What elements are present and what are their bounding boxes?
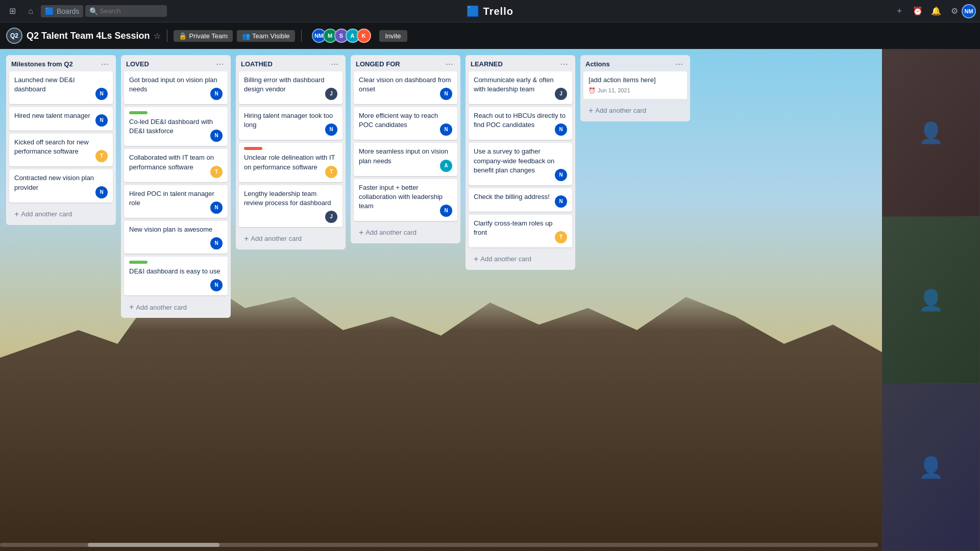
privacy-button[interactable]: 🔒 Private Team: [174, 30, 233, 42]
list-cards-longed-for: Clear vision on dashboard from onset N M…: [351, 71, 460, 224]
card-a1[interactable]: [add action items here] ⏰ Jun 11, 2021: [583, 71, 687, 99]
list-cards-learned: Communicate early & often with leadershi…: [465, 71, 575, 251]
list-milestones: Milestones from Q2 ··· Launched new DE&I…: [6, 55, 116, 225]
card-lo4[interactable]: Lengthy leadership team review process f…: [239, 185, 342, 227]
lists-container: Milestones from Q2 ··· Launched new DE&I…: [0, 49, 980, 551]
trello-logo: 🟦 Trello: [467, 5, 513, 17]
plus-icon: +: [129, 303, 134, 312]
user-avatar[interactable]: NM: [962, 4, 976, 18]
add-card-learned[interactable]: + Add another card: [469, 252, 572, 267]
card-label-green: [129, 261, 148, 264]
list-menu-longed-for[interactable]: ···: [444, 59, 455, 68]
list-cards-loathed: Billing error with dashboard design vend…: [236, 71, 346, 230]
top-nav: ⊞ ⌂ 🟦 Boards 🔍 🟦 Trello ＋ ⏰ 🔔 ⚙ NM: [0, 0, 980, 22]
card-m2[interactable]: Hired new talent manager N: [9, 107, 113, 131]
boards-label: Boards: [57, 7, 79, 15]
card-avatar: N: [210, 88, 223, 100]
list-menu-milestones[interactable]: ···: [99, 59, 111, 68]
card-avatar: N: [210, 202, 223, 214]
card-avatar: N: [95, 88, 108, 100]
card-avatar: N: [440, 88, 452, 100]
card-l4[interactable]: Hired POC in talent manager role N: [124, 185, 228, 218]
avatar-stack: NM M S A K: [312, 29, 371, 43]
home-icon[interactable]: ⌂: [22, 3, 39, 19]
invite-button[interactable]: Invite: [379, 30, 407, 42]
list-title-milestones: Milestones from Q2: [11, 60, 73, 68]
card-lf2[interactable]: More efficient way to reach POC candidat…: [354, 107, 457, 140]
card-l3[interactable]: Collaborated with IT team on performance…: [124, 149, 228, 182]
person-silhouette: 👤: [918, 288, 944, 312]
card-lo1[interactable]: Billing error with dashboard design vend…: [239, 71, 342, 104]
list-loathed: LOATHED ··· Billing error with dashboard…: [236, 55, 346, 249]
search-wrapper: 🔍: [85, 5, 167, 17]
card-m1[interactable]: Launched new DE&I dashboard N: [9, 71, 113, 104]
video-panel: 👤 👤 👤: [882, 49, 980, 551]
action-date: ⏰ Jun 11, 2021: [589, 87, 682, 94]
list-title-longed-for: LONGED FOR: [356, 60, 400, 68]
list-menu-loathed[interactable]: ···: [329, 59, 340, 68]
list-header-milestones: Milestones from Q2 ···: [6, 55, 116, 71]
add-card-actions[interactable]: + Add another card: [583, 103, 687, 118]
card-avatar: T: [95, 150, 108, 162]
list-title-loved: LOVED: [126, 60, 149, 68]
person-silhouette: 👤: [918, 456, 944, 480]
board-title[interactable]: Q2 Talent Team 4Ls Session: [27, 31, 150, 41]
list-title-loathed: LOATHED: [241, 60, 273, 68]
list-header-longed-for: LONGED FOR ···: [351, 55, 460, 71]
list-menu-actions[interactable]: ···: [673, 59, 685, 68]
card-le4[interactable]: Check the billing address! N: [469, 188, 572, 212]
card-avatar: T: [555, 231, 567, 243]
star-button[interactable]: ☆: [154, 31, 161, 41]
card-avatar: T: [325, 166, 337, 178]
card-l6[interactable]: DE&I dashboard is easy to use N: [124, 257, 228, 295]
card-lf1[interactable]: Clear vision on dashboard from onset N: [354, 71, 457, 104]
plus-icon: +: [359, 228, 363, 237]
card-m3[interactable]: Kicked off search for new performance so…: [9, 134, 113, 166]
apps-icon[interactable]: ⊞: [4, 3, 20, 19]
team-visible-button[interactable]: 👥 Team Visible: [237, 30, 295, 42]
list-header-loved: LOVED ···: [121, 55, 231, 71]
card-lf3[interactable]: More seamless input on vision plan needs…: [354, 143, 457, 176]
video-tile-3: 👤: [882, 384, 980, 551]
list-menu-loved[interactable]: ···: [214, 59, 226, 68]
add-card-loved[interactable]: + Add another card: [124, 299, 228, 315]
card-l5[interactable]: New vision plan is awesome N: [124, 221, 228, 254]
card-lo2[interactable]: Hiring talent manager took too long N: [239, 107, 342, 140]
card-label-red: [244, 147, 262, 150]
plus-icon: +: [589, 106, 593, 115]
card-avatar: A: [440, 160, 452, 172]
avatar-5[interactable]: K: [357, 29, 371, 43]
board-header: Q2 Q2 Talent Team 4Ls Session ☆ 🔒 Privat…: [0, 22, 980, 49]
list-title-actions: Actions: [585, 60, 610, 68]
add-button[interactable]: ＋: [891, 3, 908, 19]
list-cards-loved: Got broad input on vision plan needs N C…: [121, 71, 231, 298]
card-l1[interactable]: Got broad input on vision plan needs N: [124, 71, 228, 104]
card-le3[interactable]: Use a survey to gather company-wide feed…: [469, 143, 572, 185]
boards-button[interactable]: 🟦 Boards: [41, 5, 83, 17]
activity-icon[interactable]: ⏰: [910, 3, 926, 19]
add-card-longed-for[interactable]: + Add another card: [354, 225, 457, 240]
video-tile-inner-3: 👤: [883, 384, 979, 550]
video-tile-inner-2: 👤: [883, 217, 979, 383]
add-card-milestones[interactable]: + Add another card: [9, 207, 113, 222]
card-lo3[interactable]: Unclear role delineation with IT on perf…: [239, 143, 342, 182]
card-le1[interactable]: Communicate early & often with leadershi…: [469, 71, 572, 104]
notification-icon[interactable]: 🔔: [928, 3, 944, 19]
list-header-actions: Actions ···: [580, 55, 690, 71]
team-visible-label: Team Visible: [252, 32, 289, 40]
card-avatar: N: [325, 123, 337, 136]
card-l2[interactable]: Co-led DE&I dashboard with DE&I taskforc…: [124, 107, 228, 146]
card-le2[interactable]: Reach out to HBCUs directly to find POC …: [469, 107, 572, 140]
board-icon: Q2: [6, 28, 22, 44]
add-card-loathed[interactable]: + Add another card: [239, 231, 342, 246]
card-lf4[interactable]: Faster input + better collaboration with…: [354, 179, 457, 221]
settings-icon[interactable]: ⚙: [946, 3, 963, 19]
search-input[interactable]: [85, 5, 167, 17]
lock-icon: 🔒: [179, 32, 187, 40]
list-menu-learned[interactable]: ···: [558, 59, 570, 68]
card-avatar: N: [210, 130, 223, 142]
card-le5[interactable]: Clarify cross-team roles up front T: [469, 215, 572, 247]
list-cards-milestones: Launched new DE&I dashboard N Hired new …: [6, 71, 116, 206]
card-m4[interactable]: Contracted new vision plan provider N: [9, 169, 113, 202]
plus-icon: +: [244, 234, 249, 243]
